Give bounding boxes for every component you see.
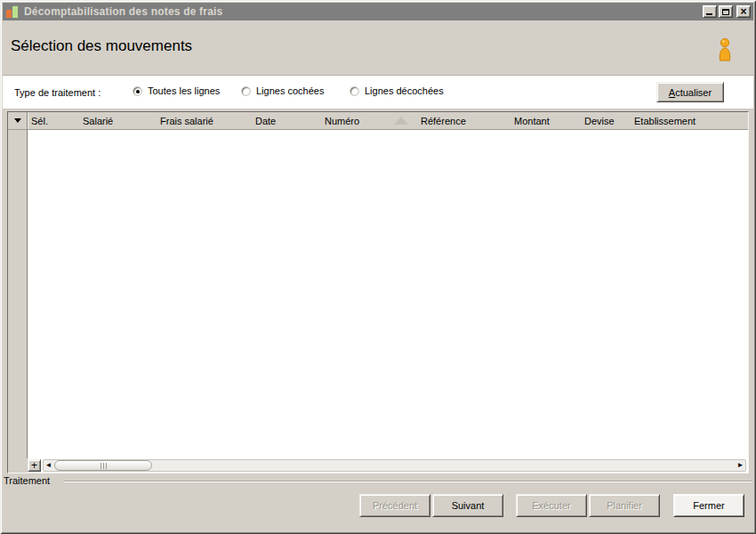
- radio-icon: [133, 86, 142, 96]
- sort-asc-icon: [394, 117, 408, 125]
- column-header-sel[interactable]: Sél.: [28, 112, 79, 129]
- thumb-grip: [106, 463, 107, 469]
- gutter-stub: [8, 458, 28, 473]
- horizontal-scrollbar[interactable]: ◄ ►: [43, 459, 746, 472]
- grid-row-selector-gutter: [8, 130, 28, 458]
- column-header-montant[interactable]: Montant: [511, 112, 581, 129]
- filter-bar: Type de traitement : Toutes les lignes L…: [3, 75, 753, 109]
- minimize-icon: [706, 13, 712, 15]
- plan-button[interactable]: Planifier: [589, 494, 660, 517]
- movements-grid: Sél. Salarié Frais salarié Date Numéro R…: [7, 111, 749, 473]
- radio-icon: [241, 86, 251, 96]
- treatment-group-label: Traitement: [4, 475, 50, 486]
- next-button[interactable]: Suivant: [432, 494, 503, 517]
- thumb-grip: [103, 463, 104, 469]
- page-title: Sélection des mouvements: [11, 37, 192, 55]
- add-row-button[interactable]: +: [28, 459, 41, 472]
- column-header-etablissement[interactable]: Etablissement: [631, 112, 748, 129]
- dialog-window: Décomptabilisation des notes de frais × …: [0, 0, 756, 534]
- grid-body: [8, 130, 748, 458]
- treatment-type-label: Type de traitement :: [14, 87, 101, 98]
- column-header-reference[interactable]: Référence: [417, 112, 511, 129]
- column-header-numero[interactable]: Numéro: [321, 112, 417, 129]
- grid-empty-area[interactable]: [28, 130, 748, 458]
- close-dialog-button[interactable]: Fermer: [673, 494, 744, 517]
- radio-label: Lignes décochées: [365, 85, 444, 96]
- execute-button[interactable]: Exécuter: [516, 494, 587, 517]
- app-icon-orange-bar: [6, 10, 12, 18]
- minimize-button[interactable]: [703, 5, 717, 18]
- scroll-left-icon[interactable]: ◄: [44, 460, 53, 471]
- title-bar[interactable]: Décomptabilisation des notes de frais ×: [3, 3, 753, 20]
- chevron-down-icon: [14, 118, 21, 123]
- close-icon: ×: [740, 7, 746, 16]
- column-header-devise[interactable]: Devise: [581, 112, 631, 129]
- maximize-button[interactable]: [719, 5, 733, 18]
- refresh-button[interactable]: Actualiser: [656, 82, 724, 102]
- person-icon: [715, 37, 735, 64]
- scrollbar-thumb[interactable]: [54, 460, 152, 471]
- grid-selector-header[interactable]: [8, 112, 28, 129]
- app-icon-green-bar: [12, 6, 18, 18]
- radio-lignes-decochees[interactable]: Lignes décochées: [350, 85, 444, 96]
- radio-label: Toutes les lignes: [148, 85, 220, 96]
- maximize-icon: [722, 9, 729, 15]
- column-header-salarie[interactable]: Salarié: [79, 112, 157, 129]
- radio-label: Lignes cochées: [256, 85, 324, 96]
- app-icon: [5, 5, 20, 19]
- previous-button[interactable]: Précédent: [359, 494, 430, 517]
- scroll-right-icon[interactable]: ►: [736, 460, 745, 471]
- column-header-date[interactable]: Date: [252, 112, 321, 129]
- grid-scroll-row: + ◄ ►: [8, 458, 748, 473]
- group-divider-line: [64, 481, 752, 482]
- column-header-frais-salarie[interactable]: Frais salarié: [157, 112, 252, 129]
- thumb-grip: [101, 463, 101, 469]
- radio-icon: [350, 86, 359, 96]
- close-button[interactable]: ×: [736, 5, 751, 18]
- radio-lignes-cochees[interactable]: Lignes cochées: [241, 85, 324, 96]
- grid-header-row: Sél. Salarié Frais salarié Date Numéro R…: [8, 112, 748, 130]
- window-title: Décomptabilisation des notes de frais: [24, 5, 703, 18]
- window-controls: ×: [703, 5, 751, 18]
- radio-toutes-les-lignes[interactable]: Toutes les lignes: [133, 85, 220, 96]
